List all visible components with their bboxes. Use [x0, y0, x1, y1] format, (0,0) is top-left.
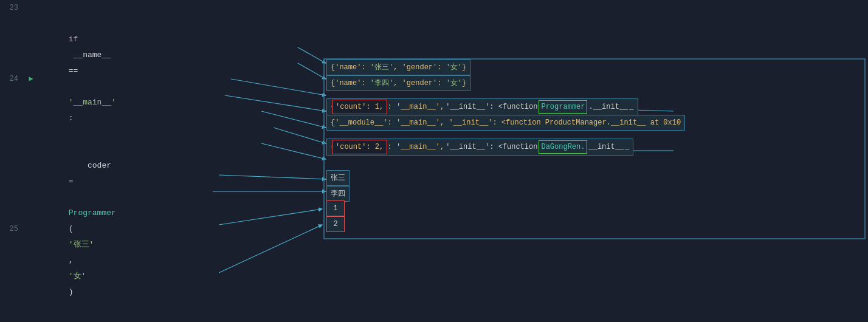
code-line-25: 25 coder = Programmer ( '张三' , '女' ): [0, 142, 868, 316]
code-editor: 23 24 ▶ if __name__ == '__main__' : 25 c…: [0, 0, 868, 322]
code-line-24: 24 ▶ if __name__ == '__main__' :: [0, 16, 868, 142]
run-icon: ▶: [26, 71, 36, 87]
code-line-23: 23: [0, 0, 868, 16]
code-line-26: 26 pm = ProductManager ( '李四' , '女' ): [0, 316, 868, 322]
